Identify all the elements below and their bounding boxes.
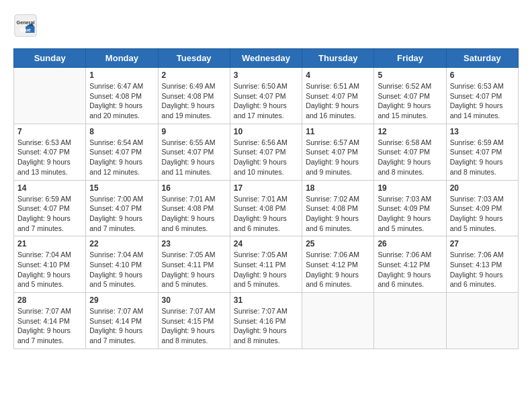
day-of-week-header: Wednesday xyxy=(230,49,302,68)
calendar-cell: 22Sunrise: 7:04 AM Sunset: 4:10 PM Dayli… xyxy=(86,236,158,293)
day-detail: Sunrise: 7:02 AM Sunset: 4:08 PM Dayligh… xyxy=(306,194,370,234)
calendar-cell: 17Sunrise: 7:01 AM Sunset: 4:08 PM Dayli… xyxy=(230,180,302,236)
day-number: 20 xyxy=(450,183,515,193)
day-number: 18 xyxy=(306,183,370,193)
day-detail: Sunrise: 6:51 AM Sunset: 4:07 PM Dayligh… xyxy=(306,81,370,121)
day-number: 14 xyxy=(17,183,82,193)
svg-text:Blue: Blue xyxy=(20,27,31,33)
day-number: 23 xyxy=(162,239,226,248)
day-detail: Sunrise: 7:07 AM Sunset: 4:16 PM Dayligh… xyxy=(234,306,298,346)
day-detail: Sunrise: 6:58 AM Sunset: 4:07 PM Dayligh… xyxy=(378,138,442,177)
calendar-cell: 12Sunrise: 6:58 AM Sunset: 4:07 PM Dayli… xyxy=(374,124,446,180)
calendar-cell: 26Sunrise: 7:06 AM Sunset: 4:12 PM Dayli… xyxy=(374,236,446,293)
calendar-cell: 9Sunrise: 6:55 AM Sunset: 4:07 PM Daylig… xyxy=(158,124,230,180)
calendar-cell: 27Sunrise: 7:06 AM Sunset: 4:13 PM Dayli… xyxy=(446,236,518,293)
day-detail: Sunrise: 7:07 AM Sunset: 4:14 PM Dayligh… xyxy=(89,306,154,346)
calendar-cell: 14Sunrise: 6:59 AM Sunset: 4:07 PM Dayli… xyxy=(14,180,86,236)
calendar-cell: 8Sunrise: 6:54 AM Sunset: 4:07 PM Daylig… xyxy=(86,124,158,180)
day-number: 30 xyxy=(162,295,226,305)
day-detail: Sunrise: 7:06 AM Sunset: 4:12 PM Dayligh… xyxy=(306,250,370,289)
day-of-week-header: Saturday xyxy=(446,49,518,68)
day-of-week-header: Monday xyxy=(86,49,158,68)
day-detail: Sunrise: 7:05 AM Sunset: 4:11 PM Dayligh… xyxy=(162,250,226,289)
day-detail: Sunrise: 6:56 AM Sunset: 4:07 PM Dayligh… xyxy=(234,138,298,177)
calendar-cell: 28Sunrise: 7:07 AM Sunset: 4:14 PM Dayli… xyxy=(14,293,86,349)
calendar-cell: 20Sunrise: 7:03 AM Sunset: 4:09 PM Dayli… xyxy=(446,180,518,236)
day-number: 9 xyxy=(162,127,226,136)
day-number: 3 xyxy=(234,71,298,80)
calendar-table: SundayMondayTuesdayWednesdayThursdayFrid… xyxy=(13,48,519,349)
day-number: 10 xyxy=(234,127,298,136)
day-of-week-header: Friday xyxy=(374,49,446,68)
calendar-cell: 13Sunrise: 6:59 AM Sunset: 4:07 PM Dayli… xyxy=(446,124,518,180)
day-number: 12 xyxy=(378,127,442,136)
calendar-cell: 23Sunrise: 7:05 AM Sunset: 4:11 PM Dayli… xyxy=(158,236,230,293)
day-number: 21 xyxy=(17,239,82,248)
day-detail: Sunrise: 6:53 AM Sunset: 4:07 PM Dayligh… xyxy=(17,138,82,177)
day-number: 13 xyxy=(450,127,515,136)
day-detail: Sunrise: 6:59 AM Sunset: 4:07 PM Dayligh… xyxy=(17,194,82,234)
day-number: 27 xyxy=(450,239,515,248)
calendar-cell: 15Sunrise: 7:00 AM Sunset: 4:07 PM Dayli… xyxy=(86,180,158,236)
day-number: 5 xyxy=(378,71,442,80)
day-detail: Sunrise: 7:04 AM Sunset: 4:10 PM Dayligh… xyxy=(89,250,154,289)
page-header: General Blue xyxy=(13,13,519,38)
calendar-cell: 16Sunrise: 7:01 AM Sunset: 4:08 PM Dayli… xyxy=(158,180,230,236)
day-number: 6 xyxy=(450,71,515,80)
day-detail: Sunrise: 6:52 AM Sunset: 4:07 PM Dayligh… xyxy=(378,81,442,121)
day-detail: Sunrise: 7:06 AM Sunset: 4:12 PM Dayligh… xyxy=(378,250,442,289)
day-of-week-header: Sunday xyxy=(14,49,86,68)
calendar-cell: 25Sunrise: 7:06 AM Sunset: 4:12 PM Dayli… xyxy=(302,236,374,293)
calendar-cell: 10Sunrise: 6:56 AM Sunset: 4:07 PM Dayli… xyxy=(230,124,302,180)
day-detail: Sunrise: 6:47 AM Sunset: 4:08 PM Dayligh… xyxy=(89,81,154,121)
day-number: 24 xyxy=(234,239,298,248)
day-number: 1 xyxy=(89,71,154,80)
calendar-cell xyxy=(446,293,518,349)
day-number: 17 xyxy=(234,183,298,193)
day-detail: Sunrise: 7:00 AM Sunset: 4:07 PM Dayligh… xyxy=(89,194,154,234)
day-detail: Sunrise: 7:01 AM Sunset: 4:08 PM Dayligh… xyxy=(234,194,298,234)
day-detail: Sunrise: 7:03 AM Sunset: 4:09 PM Dayligh… xyxy=(450,194,515,234)
day-number: 29 xyxy=(89,295,154,305)
calendar-cell: 11Sunrise: 6:57 AM Sunset: 4:07 PM Dayli… xyxy=(302,124,374,180)
calendar-week-row: 28Sunrise: 7:07 AM Sunset: 4:14 PM Dayli… xyxy=(14,293,519,349)
day-detail: Sunrise: 7:05 AM Sunset: 4:11 PM Dayligh… xyxy=(234,250,298,289)
day-number: 25 xyxy=(306,239,370,248)
day-of-week-header: Tuesday xyxy=(158,49,230,68)
day-number: 19 xyxy=(378,183,442,193)
day-number: 7 xyxy=(17,127,82,136)
day-detail: Sunrise: 7:04 AM Sunset: 4:10 PM Dayligh… xyxy=(17,250,82,289)
day-number: 2 xyxy=(162,71,226,80)
day-detail: Sunrise: 6:53 AM Sunset: 4:07 PM Dayligh… xyxy=(450,81,515,121)
day-detail: Sunrise: 6:49 AM Sunset: 4:08 PM Dayligh… xyxy=(162,81,226,121)
calendar-week-row: 21Sunrise: 7:04 AM Sunset: 4:10 PM Dayli… xyxy=(14,236,519,293)
day-detail: Sunrise: 7:06 AM Sunset: 4:13 PM Dayligh… xyxy=(450,250,515,289)
day-detail: Sunrise: 7:01 AM Sunset: 4:08 PM Dayligh… xyxy=(162,194,226,234)
day-detail: Sunrise: 6:55 AM Sunset: 4:07 PM Dayligh… xyxy=(162,138,226,177)
day-detail: Sunrise: 6:50 AM Sunset: 4:07 PM Dayligh… xyxy=(234,81,298,121)
day-number: 31 xyxy=(234,295,298,305)
calendar-cell: 3Sunrise: 6:50 AM Sunset: 4:07 PM Daylig… xyxy=(230,68,302,124)
day-detail: Sunrise: 6:54 AM Sunset: 4:07 PM Dayligh… xyxy=(89,138,154,177)
calendar-cell: 29Sunrise: 7:07 AM Sunset: 4:14 PM Dayli… xyxy=(86,293,158,349)
calendar-cell: 4Sunrise: 6:51 AM Sunset: 4:07 PM Daylig… xyxy=(302,68,374,124)
day-number: 8 xyxy=(89,127,154,136)
calendar-cell: 1Sunrise: 6:47 AM Sunset: 4:08 PM Daylig… xyxy=(86,68,158,124)
calendar-cell: 30Sunrise: 7:07 AM Sunset: 4:15 PM Dayli… xyxy=(158,293,230,349)
logo-icon: General Blue xyxy=(13,13,38,38)
logo: General Blue xyxy=(13,13,40,38)
calendar-cell xyxy=(374,293,446,349)
calendar-cell xyxy=(302,293,374,349)
day-number: 28 xyxy=(17,295,82,305)
calendar-week-row: 7Sunrise: 6:53 AM Sunset: 4:07 PM Daylig… xyxy=(14,124,519,180)
calendar-cell: 7Sunrise: 6:53 AM Sunset: 4:07 PM Daylig… xyxy=(14,124,86,180)
day-number: 16 xyxy=(162,183,226,193)
calendar-cell: 6Sunrise: 6:53 AM Sunset: 4:07 PM Daylig… xyxy=(446,68,518,124)
day-number: 11 xyxy=(306,127,370,136)
calendar-cell: 19Sunrise: 7:03 AM Sunset: 4:09 PM Dayli… xyxy=(374,180,446,236)
day-number: 4 xyxy=(306,71,370,80)
day-of-week-header: Thursday xyxy=(302,49,374,68)
day-number: 26 xyxy=(378,239,442,248)
day-number: 22 xyxy=(89,239,154,248)
calendar-cell: 24Sunrise: 7:05 AM Sunset: 4:11 PM Dayli… xyxy=(230,236,302,293)
